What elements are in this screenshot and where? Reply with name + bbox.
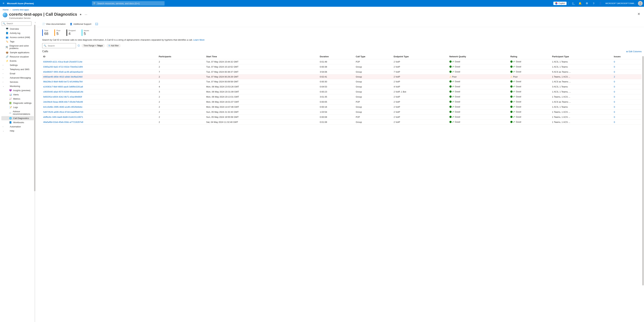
sidebar-item-logs[interactable]: 📝Logs: [1, 105, 34, 109]
call-id-link[interactable]: ebffbc8c-34f4-4ae8-8dd8-01d415119971: [43, 116, 83, 118]
table-row[interactable]: e24363c7-fbbf-4693-aac6-3d6f9c0291a84Mon…: [42, 84, 642, 89]
call-id-link[interactable]: e860ae46-d80e-4610-a9dd-3dcffad24b0: [43, 75, 82, 78]
sidebar-item-call-diagnostics[interactable]: 🌐Call Diagnostics: [1, 116, 34, 120]
issues-link[interactable]: 0: [614, 66, 615, 68]
table-row[interactable]: 0365a293-fad2-4722-932d-70ee5e216f42Tue,…: [42, 64, 642, 69]
sidebar-item-diagnose-and-solve-problems[interactable]: 🛠️Diagnose and solve problems: [1, 44, 34, 50]
sidebar-search[interactable]: 🔍: [2, 21, 32, 26]
call-id-link[interactable]: 0365a293-fad2-4722-932d-70ee5e216f4: [43, 66, 83, 68]
stat-poor[interactable]: Poor 5: [54, 29, 60, 36]
table-row[interactable]: 9d503f1d-d004-42b2-8b71-e0ac9fe660f2Mon,…: [42, 94, 642, 99]
time-range-pill[interactable]: Time Range < 7days: [82, 44, 105, 47]
sidebar-item-insights-preview-[interactable]: 💜Insights (preview): [1, 88, 34, 93]
issues-link[interactable]: 0: [614, 101, 615, 103]
issues-link[interactable]: 0: [614, 106, 615, 108]
edit-columns-link[interactable]: ≣ Edit Columns: [626, 50, 642, 53]
sidebar-item-services[interactable]: ›Services: [1, 80, 34, 84]
sidebar-item-email[interactable]: ›Email: [1, 71, 34, 76]
call-id-link[interactable]: b5e96007-5f05-45d0-ac36-a63aee6ac02: [43, 71, 83, 73]
sidebar-item-settings[interactable]: ›Settings: [1, 63, 34, 67]
notifications-icon[interactable]: 🔔: [578, 2, 583, 5]
call-id-link[interactable]: e24363c7-fbbf-4693-aac6-3d6f9c0291a8: [43, 85, 83, 88]
favorite-star-icon[interactable]: ★: [80, 13, 82, 16]
sidebar-item-access-control-iam-[interactable]: 👥Access control (IAM): [1, 35, 34, 39]
table-row[interactable]: 5d873529-a409-45ce-87d4-baa0f9a57202Sun,…: [42, 110, 642, 115]
sidebar-item-help[interactable]: ⌄Help: [1, 129, 34, 133]
scrollbar-thumb[interactable]: [642, 56, 644, 286]
call-id-link[interactable]: b4116d9e-2995-4640-a1d9-c9529d4ebc: [43, 106, 82, 108]
sidebar-item-advanced-messaging[interactable]: ›Advanced Messaging: [1, 76, 34, 80]
global-search[interactable]: 🔍: [92, 1, 164, 5]
sidebar-item-automation[interactable]: ›Automation: [1, 125, 34, 129]
add-filter-pill[interactable]: ⚲ Add filter: [106, 44, 121, 47]
sidebar-item-monitoring[interactable]: ⌄Monitoring: [1, 84, 34, 88]
sidebar-item-advisor-recommendations[interactable]: ☁️Advisor recommendations: [1, 109, 34, 116]
main-scrollbar[interactable]: [642, 56, 644, 322]
learn-more-link[interactable]: Learn More: [193, 39, 204, 41]
sidebar-item-alerts[interactable]: 📊Alerts: [1, 93, 34, 97]
issues-link[interactable]: 0: [614, 80, 615, 83]
table-row[interactable]: 48a5af9d-01bd-45eb-93dc-a77219267e92Sat,…: [42, 120, 642, 125]
call-id-link[interactable]: c0635440-afad-4570-8284-68ada0a614b: [43, 90, 83, 93]
sidebar-item-resource-visualizer[interactable]: 🔗Resource visualizer: [1, 55, 34, 59]
call-id-link[interactable]: 98d28bc3-9bbf-4b60-be72-bf14488a764: [43, 80, 82, 83]
table-row[interactable]: ebffbc8c-34f4-4ae8-8dd8-01d4151199712Sun…: [42, 115, 642, 120]
table-row[interactable]: e860ae46-d80e-4610-a9dd-3dcffad24b02Tue,…: [42, 74, 642, 79]
sidebar-item-diagnostic-settings[interactable]: 📗Diagnostic settings: [1, 101, 34, 105]
sidebar-item-overview[interactable]: 🖥️Overview: [1, 27, 34, 31]
issues-link[interactable]: 0: [614, 90, 615, 93]
close-icon[interactable]: ✕: [638, 12, 640, 16]
sidebar-item-tags[interactable]: 🏷️Tags: [1, 39, 34, 44]
call-search-input[interactable]: [48, 44, 74, 47]
col-duration[interactable]: Duration: [319, 54, 355, 59]
issues-link[interactable]: 0: [614, 111, 615, 113]
global-search-input[interactable]: [97, 2, 163, 5]
feedback-icon[interactable]: 👤: [598, 2, 603, 5]
call-id-link[interactable]: 930f445f-d221-43ca-9ca9-25cb007214e: [43, 60, 82, 63]
additional-support-link[interactable]: 👤 Additional Support: [70, 23, 91, 25]
sidebar-scrollbar[interactable]: [34, 25, 36, 322]
table-row[interactable]: 930f445f-d221-43ca-9ca9-25cb007214e2Tue,…: [42, 59, 642, 64]
issues-link[interactable]: 0: [614, 116, 615, 118]
col-participants[interactable]: Participants: [158, 54, 205, 59]
sidebar-search-input[interactable]: [6, 22, 30, 25]
sidebar-item-workbooks[interactable]: 📘Workbooks: [1, 120, 34, 125]
settings-gear-icon[interactable]: ⚙: [584, 2, 590, 5]
sidebar-item-metrics[interactable]: 📈Metrics: [1, 97, 34, 101]
table-row[interactable]: 2eb3fdc8-5eaa-4806-b9c7-05c8e7b6c892Mon,…: [42, 99, 642, 105]
sidebar-item-sample-applications[interactable]: 📦Sample applications: [1, 50, 34, 55]
col-start-time[interactable]: Start Time: [205, 54, 319, 59]
call-id-link[interactable]: 9d503f1d-d004-42b2-8b71-e0ac9fe660f: [43, 96, 82, 98]
col-issues[interactable]: Issues: [613, 54, 642, 59]
breadcrumb-resource[interactable]: corertc-test-apps: [12, 8, 29, 11]
call-search[interactable]: 🔍: [42, 43, 76, 48]
info-icon[interactable]: ⓘ: [78, 44, 80, 47]
breadcrumb-home[interactable]: Home: [3, 8, 8, 11]
toolbar-extra-icon[interactable]: ▭: [95, 23, 98, 25]
issues-link[interactable]: 0: [614, 71, 615, 73]
issues-link[interactable]: 0: [614, 60, 615, 63]
stat-issues[interactable]: Issues 5: [82, 29, 89, 36]
col-endpoint-type[interactable]: Endpoint Type: [392, 54, 448, 59]
issues-link[interactable]: 0: [614, 85, 615, 88]
col-id[interactable]: ID: [42, 54, 158, 59]
copilot-button[interactable]: Copilot: [553, 2, 566, 5]
stat-dropped[interactable]: Dropped 4: [66, 29, 76, 36]
col-call-type[interactable]: Call Type: [355, 54, 392, 59]
scrollbar-thumb[interactable]: [34, 25, 36, 191]
table-row[interactable]: 98d28bc3-9bbf-4b60-be72-bf14488a7642Tue,…: [42, 79, 642, 84]
issues-link[interactable]: 0: [614, 96, 615, 98]
issues-link[interactable]: 2: [614, 75, 615, 78]
sidebar-item-telephony-and-sms[interactable]: ›Telephony and SMS: [1, 67, 34, 71]
sidebar-item-events[interactable]: ⚡Events: [1, 59, 34, 63]
sidebar-item-activity-log[interactable]: 📘Activity log: [1, 31, 34, 35]
hamburger-icon[interactable]: ≡: [1, 2, 6, 5]
table-row[interactable]: c0635440-afad-4570-8284-68ada0a614b3Mon,…: [42, 89, 642, 94]
table-row[interactable]: b4116d9e-2995-4640-a1d9-c9529d4ebc2Mon, …: [42, 105, 642, 110]
col-rating[interactable]: Rating: [509, 54, 551, 59]
help-icon[interactable]: ?: [591, 2, 596, 5]
account-label[interactable]: MICROSOFT (MICROSOFT.ONMI...: [606, 2, 636, 4]
avatar[interactable]: [638, 1, 643, 6]
call-id-link[interactable]: 48a5af9d-01bd-45eb-93dc-a77219267e9: [43, 121, 83, 123]
stat-total[interactable]: Total 68: [42, 29, 48, 36]
